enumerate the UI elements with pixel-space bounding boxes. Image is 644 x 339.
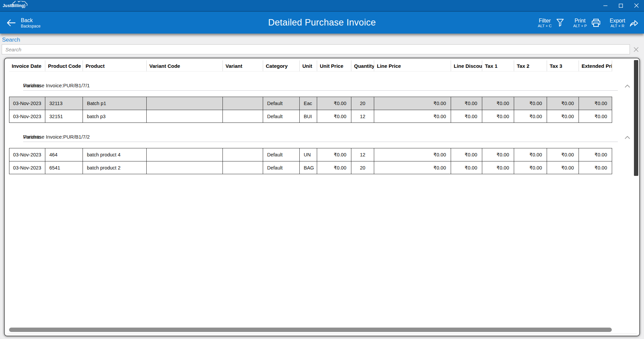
table-cell: Default [263,161,300,174]
table-cell: ₹0.00 [451,97,482,110]
table-cell: ₹0.00 [482,148,514,161]
export-button[interactable]: Export ALT + R [610,17,639,28]
command-bar: Back Backspace Detailed Purchase Invoice… [0,12,644,34]
table-cell: ₹0.00 [317,97,351,110]
invoice-group: Purchase Invoice:PUR/B1/7/2Variants03-No… [9,134,639,174]
table-cell: ₹0.00 [451,148,482,161]
print-icon [591,18,601,28]
column-header[interactable]: Product Code [45,60,83,71]
table-cell: ₹0.00 [547,97,579,110]
table-cell: Default [263,97,300,110]
table-row[interactable]: 03-Nov-202332151batch p3DefaultBUI₹0.001… [9,110,612,123]
table-cell [223,97,263,110]
minimize-button[interactable] [598,0,613,11]
group-overlay-label: Variants [23,134,41,140]
column-header[interactable]: Tax 2 [514,60,547,71]
filter-label: Filter [538,17,551,24]
column-header[interactable]: Product [83,60,147,71]
maximize-button[interactable] [613,0,629,11]
table-cell: ₹0.00 [579,97,612,110]
table-cell: Default [263,110,300,123]
titlebar: JustBilling) [0,0,644,12]
column-header[interactable]: Variant Code [147,60,223,71]
export-shortcut: ALT + R [610,24,625,28]
invoice-table-panel: Invoice DateProduct CodeProductVariant C… [4,58,640,336]
collapse-group-button[interactable] [624,83,631,91]
column-header[interactable]: Line Discount [451,60,482,71]
table-cell: Batch p1 [83,97,147,110]
column-header[interactable]: Unit [300,60,317,71]
table-cell [223,161,263,174]
table-row[interactable]: 03-Nov-2023464batch product 4DefaultUN₹0… [9,148,612,161]
table-body: Purchase Invoice:PUR/B1/7/1Variants03-No… [9,83,639,174]
maximize-icon [619,4,623,8]
table-cell: 20 [351,97,374,110]
table-cell: batch product 2 [83,161,147,174]
back-button[interactable]: Back Backspace [6,17,41,29]
export-share-icon [629,18,639,27]
chevron-up-icon [624,134,631,141]
table-cell: 03-Nov-2023 [9,161,45,174]
table-cell: batch product 4 [83,148,147,161]
table-cell: 464 [45,148,83,161]
table-cell: ₹0.00 [514,161,547,174]
group-label-underline: Purchase Invoice:PUR/B1/7/2Variants [23,134,618,142]
filter-icon [556,18,564,28]
table-cell: BAG [300,161,317,174]
column-header[interactable]: Line Price [374,60,451,71]
table-header-row: Invoice DateProduct CodeProductVariant C… [9,60,612,71]
window-controls [598,0,644,11]
table-cell: ₹0.00 [451,161,482,174]
app-logo: JustBilling) [3,3,26,8]
table-cell: ₹0.00 [514,148,547,161]
search-section-label: Search [2,37,644,43]
table-cell [147,148,223,161]
table-cell: 32113 [45,97,83,110]
search-bar [2,44,642,54]
table-cell: ₹0.00 [374,161,451,174]
filter-button[interactable]: Filter ALT + C [538,17,564,28]
table-row[interactable]: 03-Nov-20236541batch product 2DefaultBAG… [9,161,612,174]
table-cell: ₹0.00 [317,161,351,174]
back-shortcut: Backspace [21,24,41,29]
column-header[interactable]: Invoice Date [9,60,45,71]
close-button[interactable] [629,0,644,11]
search-input[interactable] [2,44,630,54]
column-header[interactable]: Variant [223,60,263,71]
table-cell [147,110,223,123]
invoice-group: Purchase Invoice:PUR/B1/7/1Variants03-No… [9,83,639,123]
column-header[interactable]: Quantity [351,60,374,71]
table-cell: ₹0.00 [547,148,579,161]
table-cell: 20 [351,161,374,174]
group-header: Purchase Invoice:PUR/B1/7/1Variants [9,83,639,91]
table-cell: ₹0.00 [451,110,482,123]
filter-shortcut: ALT + C [538,24,551,28]
column-header[interactable]: Tax 3 [547,60,579,71]
table-cell: ₹0.00 [317,148,351,161]
table-cell: ₹0.00 [482,161,514,174]
column-header[interactable]: Extended Price [579,60,612,71]
table-cell: 03-Nov-2023 [9,97,45,110]
print-button[interactable]: Print ALT + P [573,17,601,28]
minimize-icon [603,4,607,8]
vertical-scrollbar-thumb[interactable] [634,60,638,176]
column-header[interactable]: Tax 1 [482,60,514,71]
table-cell: ₹0.00 [514,110,547,123]
clear-search-button[interactable] [630,44,642,54]
collapse-group-button[interactable] [624,134,631,142]
scrollbar-separator [7,334,637,334]
horizontal-scrollbar-thumb[interactable] [9,328,612,332]
column-header[interactable]: Unit Price [317,60,351,71]
back-label: Back [21,17,41,24]
close-icon [634,3,639,8]
export-label: Export [610,17,625,24]
table-cell [223,148,263,161]
column-header[interactable]: Category [263,60,300,71]
table-cell: ₹0.00 [482,110,514,123]
table-cell: 32151 [45,110,83,123]
table-row[interactable]: 03-Nov-202332113Batch p1DefaultEac₹0.002… [9,97,612,110]
table-cell [223,110,263,123]
table-cell: ₹0.00 [374,110,451,123]
table-cell: ₹0.00 [547,161,579,174]
table-cell: Eac [300,97,317,110]
